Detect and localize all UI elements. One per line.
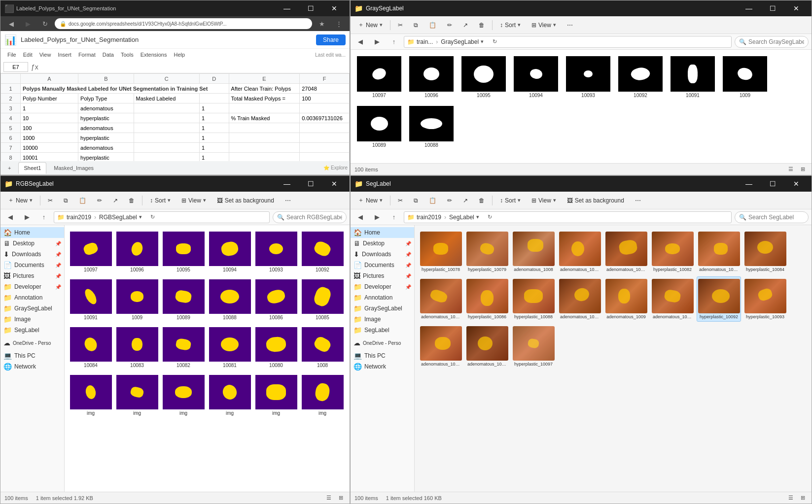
seg-view-btn[interactable]: ⊞ View ▾	[527, 194, 561, 207]
seg-item-hyp10092[interactable]: hyperplastic_10092	[697, 276, 741, 322]
rgb-path[interactable]: 📁 train2019 › RGBSegLabel ▾ ↻	[54, 211, 270, 223]
rgb-sort-btn[interactable]: ↕ Sort ▾	[145, 194, 175, 207]
gray-more-btn[interactable]: ⋯	[563, 18, 577, 32]
rgb-setbg-btn[interactable]: 🖼 Set as background	[212, 194, 279, 207]
sidebar-downloads[interactable]: ⬇ Downloads 📌	[0, 249, 64, 260]
seg-sidebar-developer[interactable]: 📁 Developer 📌	[351, 281, 414, 292]
close-button[interactable]: ✕	[323, 0, 346, 16]
rgb-delete-btn[interactable]: 🗑	[124, 194, 139, 207]
rgb-item-1009[interactable]: 1009	[115, 277, 159, 323]
rgb-item-r4d[interactable]: img	[208, 372, 252, 418]
file-item-10093[interactable]: 10093	[564, 54, 613, 101]
rgb-item-10086[interactable]: 10086	[254, 277, 298, 323]
gray-paste-btn[interactable]: 📋	[424, 18, 441, 32]
rgb-item-r4a[interactable]: img	[69, 372, 113, 418]
spreadsheet-grid[interactable]: A B C D E F 1 Polyps Manually Masked Lab…	[0, 73, 350, 161]
sidebar-annotation[interactable]: 📁 Annotation	[0, 292, 64, 303]
seg-search-input[interactable]	[748, 214, 804, 221]
seg-minimize[interactable]: —	[738, 176, 760, 192]
seg-setbg-btn[interactable]: 🖼 Set as background	[563, 194, 629, 207]
seg-grid-view[interactable]: ⊞	[798, 493, 808, 503]
seg-list-view[interactable]: ☰	[786, 493, 796, 503]
rgb-up[interactable]: ↑	[37, 210, 51, 224]
gray-search[interactable]: 🔍	[735, 36, 809, 48]
rgb-list-view[interactable]: ☰	[324, 493, 334, 503]
browser-menu[interactable]: ⋮	[332, 17, 346, 31]
rgb-item-1008[interactable]: 1008	[300, 325, 345, 370]
gray-maximize[interactable]: ☐	[761, 0, 784, 16]
gray-refresh[interactable]: ↻	[488, 35, 501, 49]
rgb-back[interactable]: ◀	[3, 210, 17, 224]
gray-new-btn[interactable]: ＋ New ▾	[353, 18, 387, 32]
seg-item-ade1009[interactable]: adenomatous_1009	[604, 276, 648, 322]
minimize-button[interactable]: —	[276, 0, 298, 16]
browser-back[interactable]: ◀	[4, 17, 18, 31]
menu-extensions[interactable]: Extensions	[138, 51, 170, 59]
rgb-item-10093[interactable]: 10093	[254, 229, 298, 275]
seg-item-hyp10079[interactable]: hyperplastic_10079	[465, 229, 509, 274]
seg-rename-btn[interactable]: ✏	[443, 194, 457, 207]
explore-button[interactable]: ⭐ Explore	[323, 165, 348, 170]
seg-cut-btn[interactable]: ✂	[393, 194, 407, 207]
gray-forward[interactable]: ▶	[370, 35, 384, 49]
rgb-item-10080[interactable]: 10080	[254, 325, 298, 370]
grid-view-btn[interactable]: ⊞	[798, 165, 808, 174]
sidebar-pictures[interactable]: 🖼 Pictures 📌	[0, 270, 64, 281]
file-item-10094[interactable]: 10094	[511, 54, 561, 101]
seg-item-hyp10082[interactable]: hyperplastic_10082	[650, 229, 695, 274]
seg-item-ade10089[interactable]: adenomatous_10089	[558, 276, 602, 322]
file-item-10097[interactable]: 10097	[354, 54, 404, 101]
gray-share-btn[interactable]: ↗	[459, 18, 472, 32]
seg-share-btn[interactable]: ↗	[459, 194, 472, 207]
seg-item-ade10085[interactable]: adenomatous_10085	[419, 276, 463, 322]
seg-sidebar-downloads[interactable]: ⬇ Downloads 📌	[351, 249, 414, 260]
browser-refresh[interactable]: ↻	[38, 17, 52, 31]
menu-insert[interactable]: Insert	[55, 51, 74, 59]
cell-reference[interactable]	[3, 62, 28, 72]
sidebar-seglabel[interactable]: 📁 SegLabel	[0, 325, 64, 336]
rgb-item-10088[interactable]: 10088	[208, 277, 252, 323]
seg-refresh[interactable]: ↻	[483, 210, 497, 224]
rgb-item-r4e[interactable]: img	[254, 372, 298, 418]
seg-path[interactable]: 📁 train2019 › SegLabel ▾ ↻	[404, 211, 732, 223]
seg-sidebar-home[interactable]: 🏠 Home	[351, 227, 414, 238]
rgb-copy-btn[interactable]: ⧉	[59, 194, 72, 207]
seg-close[interactable]: ✕	[785, 176, 808, 192]
rgb-search-input[interactable]	[286, 214, 342, 221]
file-item-10096[interactable]: 10096	[407, 54, 456, 101]
seg-sidebar-annotation[interactable]: 📁 Annotation	[351, 292, 414, 303]
rgb-more-btn[interactable]: ⋯	[281, 194, 295, 207]
gray-rename-btn[interactable]: ✏	[443, 18, 457, 32]
sidebar-onedrive[interactable]: ☁ OneDrive - Perso	[0, 337, 64, 348]
seg-item-hyp10078[interactable]: hyperplastic_10078	[419, 229, 463, 274]
seg-item-hyp10097[interactable]: hyperplastic_10097	[511, 324, 556, 369]
rgb-item-r4c[interactable]: img	[161, 372, 206, 418]
gray-file-grid[interactable]: 10097 10096 10095 10094	[351, 50, 812, 163]
file-item-10088[interactable]: 10088	[407, 103, 456, 150]
browser-bookmark[interactable]: ★	[315, 17, 329, 31]
rgb-view-btn[interactable]: ⊞ View ▾	[177, 194, 211, 207]
gray-path[interactable]: 📁 train... › GraySegLabel ▾ ↻	[404, 36, 732, 48]
seg-sidebar-onedrive[interactable]: ☁ OneDrive - Perso	[351, 337, 414, 348]
rgb-cut-btn[interactable]: ✂	[43, 194, 57, 207]
sidebar-home[interactable]: 🏠 Home	[0, 227, 64, 238]
gray-search-input[interactable]	[748, 38, 804, 45]
seg-back[interactable]: ◀	[353, 210, 367, 224]
seg-item-hyp10093[interactable]: hyperplastic_10093	[743, 276, 787, 322]
seg-sidebar-pictures[interactable]: 🖼 Pictures 📌	[351, 270, 414, 281]
menu-data[interactable]: Data	[100, 51, 117, 59]
rgb-item-10082[interactable]: 10082	[161, 325, 206, 370]
rgb-grid-view[interactable]: ⊞	[336, 493, 346, 503]
seg-forward[interactable]: ▶	[370, 210, 384, 224]
rgb-search[interactable]: 🔍	[273, 211, 347, 223]
sidebar-gray[interactable]: 📁 GraySegLabel	[0, 303, 64, 314]
sidebar-image[interactable]: 📁 Image	[0, 314, 64, 325]
rgb-item-10095[interactable]: 10095	[161, 229, 206, 275]
rgb-item-10097[interactable]: 10097	[69, 229, 113, 275]
seg-item-hyp10088[interactable]: hyperplastic_10088	[511, 276, 556, 322]
seg-item-ade10083[interactable]: adenomatous_10083	[697, 229, 741, 274]
rgb-new-btn[interactable]: ＋ New ▾	[3, 194, 37, 207]
rgb-item-10089[interactable]: 10089	[161, 277, 206, 323]
gray-minimize[interactable]: —	[738, 0, 760, 16]
seg-sidebar-documents[interactable]: 📄 Documents 📌	[351, 260, 414, 270]
